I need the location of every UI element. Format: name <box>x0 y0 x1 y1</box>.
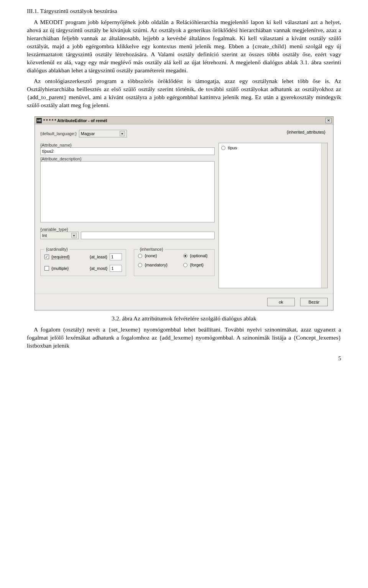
paragraph-2: Az ontológiaszerkesztő program a többszö… <box>27 77 341 109</box>
title-bar[interactable]: mE * * * * * AttributeEditor - of remél … <box>35 117 333 124</box>
variable-type-combo[interactable]: Int ▼ <box>40 232 79 239</box>
attribute-name-input[interactable] <box>40 147 215 155</box>
inheritance-legend: {inheritance} <box>138 247 164 252</box>
forget-radio[interactable] <box>183 263 187 267</box>
variable-type-label: {variable_type} <box>40 227 68 232</box>
at-least-input[interactable] <box>110 253 122 260</box>
section-heading: III.1. Tárgyszintű osztályok beszúrása <box>27 8 341 15</box>
app-icon: mE <box>36 118 42 123</box>
variable-type-extra-input[interactable] <box>81 232 215 239</box>
chevron-down-icon: ▼ <box>71 233 77 238</box>
attribute-name-label: {Attribute_name} <box>40 143 72 147</box>
close-icon[interactable]: ✕ <box>325 118 332 123</box>
inherited-attributes-list[interactable]: típus <box>219 143 328 288</box>
attribute-description-input[interactable] <box>40 161 215 222</box>
radio-icon <box>221 146 225 150</box>
required-label: {required} <box>51 255 70 260</box>
default-language-combo[interactable]: Magyar ▼ <box>79 130 127 137</box>
ok-button[interactable]: ok <box>267 298 295 306</box>
chevron-down-icon: ▼ <box>120 131 125 136</box>
mandatory-radio[interactable] <box>138 263 142 267</box>
default-language-label: {default_language:} <box>40 131 77 136</box>
default-language-value: Magyar <box>81 131 95 136</box>
attribute-description-label: {Attribute_description} <box>40 157 82 161</box>
inherited-attributes-label: {inherited_attributes} <box>219 130 328 134</box>
paragraph-1: A MEODIT program jobb képernyőjének jobb… <box>27 18 341 74</box>
optional-label: {optional} <box>190 253 207 258</box>
optional-radio[interactable] <box>183 254 187 258</box>
paragraph-3: A fogalom (osztály) nevét a {set_lexeme}… <box>27 326 341 350</box>
multiple-checkbox[interactable] <box>44 266 49 271</box>
at-most-input[interactable] <box>110 265 122 272</box>
at-most-label: {at_most} <box>90 266 107 271</box>
inheritance-fieldset: {inheritance} {none} {optional} <box>134 249 215 276</box>
mandatory-label: {mandatory} <box>145 263 167 267</box>
cardinality-legend: {cardinality} <box>44 247 69 252</box>
variable-type-value: Int <box>42 233 47 238</box>
page-number: 5 <box>27 355 341 362</box>
list-item-label: típus <box>228 145 237 150</box>
none-radio[interactable] <box>138 254 142 258</box>
figure-caption: 3.2. ábra Az attribútumok felvételére sz… <box>27 315 341 322</box>
multiple-label: {multiple} <box>51 266 69 271</box>
list-item[interactable]: típus <box>221 145 325 151</box>
forget-label: {forget} <box>190 263 203 267</box>
window-title: * * * * * AttributeEditor - of remél <box>43 118 107 123</box>
at-least-label: {at_least} <box>90 255 107 259</box>
none-label: {none} <box>145 253 157 258</box>
cardinality-fieldset: {cardinality} ✓ {required} {at_least} <box>40 249 126 276</box>
close-button[interactable]: Bezár <box>300 298 328 306</box>
attribute-editor-dialog: mE * * * * * AttributeEditor - of remél … <box>34 116 334 310</box>
required-checkbox[interactable]: ✓ <box>44 255 49 259</box>
